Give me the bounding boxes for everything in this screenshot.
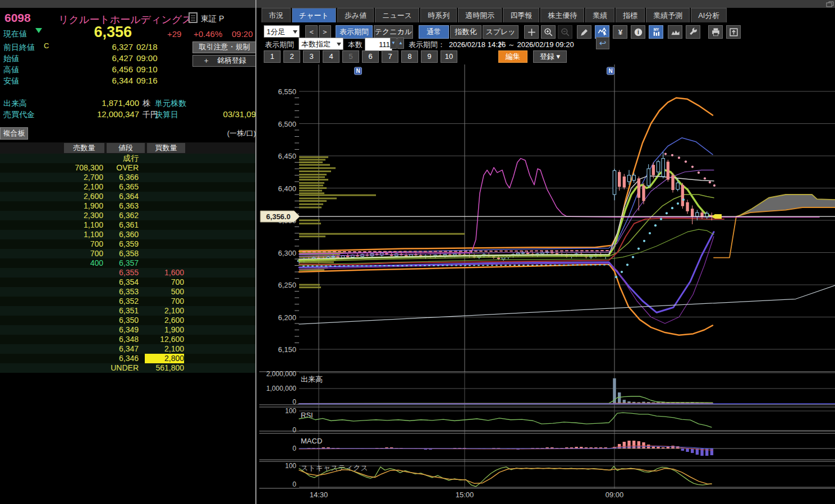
- svg-text:i: i: [637, 29, 639, 35]
- volume-profile-bar: [299, 176, 325, 178]
- order-book-row[interactable]: 6,3512,100: [0, 306, 255, 316]
- order-book-row[interactable]: 2,7006,366: [0, 173, 255, 182]
- tab-四季報[interactable]: 四季報: [503, 8, 539, 22]
- order-book-row[interactable]: 708,300OVER: [0, 163, 255, 173]
- volume-profile-bar: [299, 220, 320, 221]
- price-chart-svg[interactable]: 6,1506,2006,2506,3006,3506,4006,4506,500…: [259, 64, 835, 504]
- order-book-row[interactable]: 7006,359: [0, 239, 255, 249]
- current-price-label: 現在値: [3, 29, 27, 39]
- chart-preset-5[interactable]: 5: [342, 50, 359, 63]
- order-book-row[interactable]: 6,3491,900: [0, 325, 255, 335]
- chart-preset-7[interactable]: 7: [382, 50, 398, 63]
- mountain-chart-icon[interactable]: [668, 25, 682, 39]
- tab-株主優待[interactable]: 株主優待: [540, 8, 584, 22]
- add-symbol-button[interactable]: ＋ 銘柄登録: [192, 55, 256, 67]
- chart-preset-2[interactable]: 2: [283, 50, 300, 63]
- display-period-button[interactable]: 表示期間: [336, 25, 373, 39]
- order-book-row[interactable]: 6,3551,600: [0, 268, 255, 278]
- panel-divider[interactable]: [255, 0, 256, 504]
- order-book-row[interactable]: 6,3472,100: [0, 344, 255, 354]
- volume-profile-bar: [299, 207, 322, 209]
- tab-業績予測[interactable]: 業績予測: [646, 8, 690, 22]
- technical-button[interactable]: テクニカル: [374, 25, 413, 39]
- chart-preset-9[interactable]: 9: [421, 50, 438, 63]
- wrench-icon[interactable]: [686, 25, 700, 39]
- interval-select[interactable]: 1分足: [264, 25, 300, 38]
- printer-icon[interactable]: [708, 25, 723, 39]
- tab-AI分析[interactable]: AI分析: [691, 8, 727, 22]
- count-input[interactable]: [365, 38, 392, 51]
- register-dropdown-button[interactable]: 登録 ▾: [533, 50, 567, 63]
- order-book-row[interactable]: 成行: [0, 154, 255, 163]
- order-book-row[interactable]: 6,3502,600: [0, 316, 255, 325]
- nav-prev-button[interactable]: ＜: [305, 25, 318, 39]
- window-restore-icon[interactable]: [826, 1, 834, 7]
- ichimoku-cloud: [736, 195, 835, 216]
- trade-caution-button[interactable]: 取引注意・規制: [192, 41, 256, 53]
- tab-ニュース[interactable]: ニュース: [375, 8, 419, 22]
- svg-text:6,250: 6,250: [278, 281, 296, 289]
- volume-profile-bar: [299, 204, 323, 205]
- order-book-row[interactable]: 1,9006,363: [0, 201, 255, 211]
- normal-mode-button[interactable]: 通常: [419, 25, 449, 39]
- svg-text:MY: MY: [653, 27, 659, 31]
- price-change: +29: [167, 29, 181, 39]
- crosshair-icon[interactable]: [524, 25, 539, 39]
- my-indicator-icon[interactable]: MY: [649, 25, 663, 39]
- indexed-mode-button[interactable]: 指数化: [450, 25, 481, 39]
- order-book-row[interactable]: 1,1006,361: [0, 220, 255, 230]
- prev-close-flag: C: [44, 41, 49, 50]
- zoom-out-icon[interactable]: [558, 25, 572, 39]
- svg-text:6,150: 6,150: [278, 345, 296, 354]
- edit-button[interactable]: 編集: [498, 50, 527, 63]
- tab-歩み値[interactable]: 歩み値: [337, 8, 374, 22]
- chart-area[interactable]: 6,1506,2006,2506,3006,3506,4006,4506,500…: [259, 64, 835, 504]
- composite-board-button[interactable]: 複合板: [0, 127, 28, 140]
- reset-range-button[interactable]: ↩: [596, 37, 609, 49]
- count-up-spinner[interactable]: ▲: [397, 38, 404, 49]
- tab-時系列[interactable]: 時系列: [420, 8, 457, 22]
- order-book-row[interactable]: 6,34812,600: [0, 335, 255, 344]
- tab-チャート[interactable]: チャート: [292, 8, 336, 22]
- order-book-row[interactable]: 4006,357: [0, 258, 255, 268]
- order-book-row[interactable]: 2,3006,362: [0, 211, 255, 220]
- svg-text:100: 100: [285, 407, 296, 415]
- order-book-row[interactable]: 7006,358: [0, 249, 255, 258]
- volume-profile-bar: [299, 184, 323, 186]
- tab-適時開示[interactable]: 適時開示: [458, 8, 502, 22]
- period-mode-select[interactable]: 本数指定: [299, 38, 343, 50]
- order-book-row[interactable]: 6,352700: [0, 297, 255, 306]
- svg-text:2,000,000: 2,000,000: [267, 370, 297, 378]
- spread-mode-button[interactable]: スプレッド: [483, 25, 519, 39]
- order-book-row[interactable]: 6,3462,800: [0, 354, 255, 363]
- chart-preset-4[interactable]: 4: [323, 50, 339, 63]
- export-icon[interactable]: [726, 25, 741, 39]
- tab-業績[interactable]: 業績: [585, 8, 614, 22]
- chart-preset-10[interactable]: 10: [441, 50, 457, 63]
- volume-unit: 株: [143, 99, 150, 109]
- order-book-row[interactable]: 2,1006,365: [0, 182, 255, 192]
- pencil-icon[interactable]: [577, 25, 591, 39]
- svg-text:0: 0: [292, 398, 296, 406]
- yen-icon[interactable]: ¥: [613, 25, 627, 39]
- order-book-row[interactable]: 1,1006,360: [0, 230, 255, 239]
- info-icon[interactable]: i: [631, 25, 645, 39]
- document-icon[interactable]: [189, 12, 198, 23]
- order-book-row[interactable]: UNDER561,800: [0, 363, 255, 373]
- chart-preset-3[interactable]: 3: [303, 50, 320, 63]
- open-time: 09:00: [136, 53, 158, 63]
- tab-指標[interactable]: 指標: [616, 8, 645, 22]
- order-book-row[interactable]: 6,354700: [0, 278, 255, 287]
- svg-text:6,300: 6,300: [278, 249, 296, 257]
- order-book-row[interactable]: 6,353500: [0, 287, 255, 297]
- zoom-in-icon[interactable]: [541, 25, 556, 39]
- chart-preset-1[interactable]: 1: [264, 50, 281, 63]
- order-book-row[interactable]: 2,6006,364: [0, 192, 255, 201]
- chart-preset-6[interactable]: 6: [362, 50, 379, 63]
- count-down-spinner[interactable]: ▼: [390, 38, 397, 49]
- low-label: 安値: [3, 76, 19, 86]
- chart-preset-8[interactable]: 8: [401, 50, 418, 63]
- nav-next-button[interactable]: ＞: [319, 25, 331, 39]
- volume-profile-bar: [299, 200, 327, 202]
- tab-市況[interactable]: 市況: [261, 8, 291, 22]
